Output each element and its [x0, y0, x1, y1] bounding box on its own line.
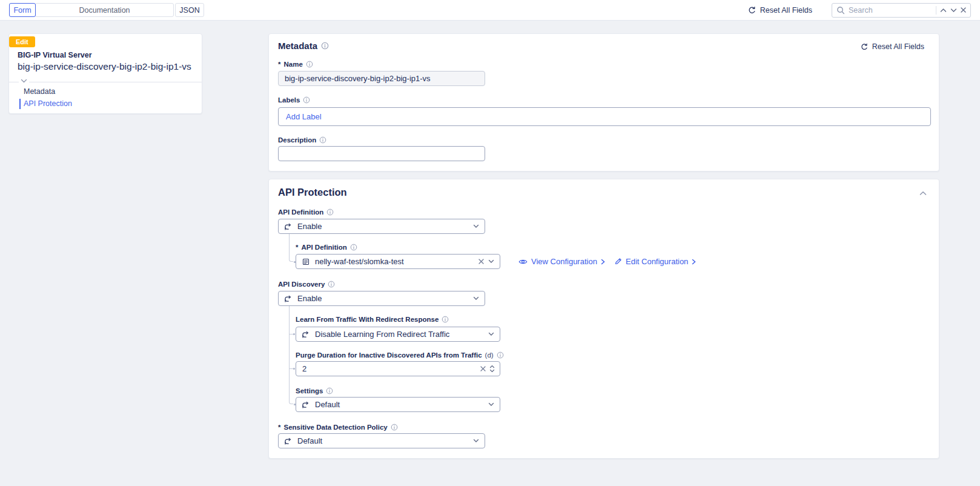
info-icon[interactable]	[319, 136, 326, 144]
api-protection-section-title: API Protection	[278, 187, 347, 198]
api-definition-ref-label-text: API Definition	[301, 244, 346, 251]
one-of-branch-icon	[284, 222, 293, 231]
api-definition-mode-select[interactable]: Enable	[278, 219, 485, 234]
active-nav-indicator	[19, 99, 21, 109]
add-label-button[interactable]: Add Label	[286, 112, 322, 121]
clear-icon[interactable]	[480, 366, 486, 371]
one-of-branch-icon	[302, 401, 310, 409]
one-of-branch-icon	[284, 295, 293, 303]
api-discovery-mode-select[interactable]: Enable	[278, 291, 485, 306]
labels-label-text: Labels	[278, 96, 300, 104]
object-type-label: BIG-IP Virtual Server	[18, 51, 92, 59]
pencil-icon	[614, 258, 622, 265]
metadata-section-title: Metadata	[278, 41, 329, 51]
purge-duration-unit: (d)	[485, 351, 494, 359]
tab-documentation[interactable]: Documentation	[35, 3, 174, 17]
api-protection-title-text: API Protection	[278, 187, 347, 198]
learn-redirect-label-text: Learn From Traffic With Redirect Respons…	[296, 316, 439, 323]
view-configuration-link[interactable]: View Configuration	[518, 257, 605, 266]
info-icon[interactable]	[391, 424, 398, 431]
learn-redirect-select[interactable]: Disable Learning From Redirect Traffic	[296, 327, 500, 342]
tree-connector-dot	[293, 333, 295, 335]
info-icon[interactable]	[326, 208, 334, 216]
page: Form Documentation JSON Reset All Fields	[0, 0, 980, 486]
reset-icon	[747, 5, 757, 15]
edit-mode-badge: Edit	[9, 36, 35, 47]
settings-select[interactable]: Default	[296, 397, 500, 412]
info-icon[interactable]	[326, 387, 333, 394]
eye-icon	[518, 258, 528, 265]
api-discovery-label-text: API Discovery	[278, 281, 325, 288]
purge-duration-input[interactable]: 2	[296, 361, 500, 376]
required-mark: *	[278, 424, 280, 431]
object-reference-icon	[302, 258, 310, 266]
chevron-down-icon	[473, 224, 479, 228]
learn-redirect-value: Disable Learning From Redirect Traffic	[315, 330, 449, 339]
top-toolbar: Form Documentation JSON Reset All Fields	[0, 0, 980, 21]
number-stepper[interactable]	[489, 365, 495, 373]
tree-connector	[289, 234, 293, 262]
api-definition-ref-value: nelly-waf-test/slomka-test	[315, 257, 404, 266]
search-close-icon[interactable]	[961, 7, 966, 13]
metadata-title-text: Metadata	[278, 41, 317, 51]
chevron-down-icon	[488, 402, 494, 407]
sidebar-item-api-protection[interactable]: API Protection	[24, 99, 72, 108]
search-divider	[936, 6, 936, 15]
info-icon[interactable]	[442, 316, 449, 323]
edit-configuration-label: Edit Configuration	[626, 257, 688, 266]
reset-all-fields-button[interactable]: Reset All Fields	[747, 5, 812, 15]
info-icon[interactable]	[350, 244, 357, 251]
metadata-section: Metadata Reset All Fields * Name	[268, 33, 939, 171]
info-icon[interactable]	[321, 42, 329, 50]
api-definition-ref-select[interactable]: nelly-waf-test/slomka-test	[296, 254, 500, 269]
description-input[interactable]	[278, 146, 485, 161]
reset-icon	[860, 42, 869, 51]
info-icon[interactable]	[497, 351, 504, 359]
one-of-branch-icon	[284, 437, 293, 445]
clear-icon[interactable]	[478, 259, 484, 264]
reset-all-fields-label: Reset All Fields	[760, 6, 812, 15]
chevron-down-icon	[473, 439, 479, 443]
collapse-section-icon[interactable]	[919, 191, 927, 196]
tree-connector	[289, 306, 293, 404]
chevron-down-icon	[473, 296, 479, 301]
labels-container: Add Label	[278, 107, 931, 126]
object-name: big-ip-service-discovery-big-ip2-big-ip1…	[18, 61, 191, 72]
sidebar-divider	[9, 82, 202, 82]
search-prev-icon[interactable]	[940, 8, 947, 13]
sensitive-data-policy-label: * Sensitive Data Detection Policy	[278, 424, 398, 431]
sidebar-item-metadata[interactable]: Metadata	[24, 87, 55, 96]
tree-collapse-icon[interactable]	[19, 79, 29, 83]
tab-json[interactable]: JSON	[175, 3, 204, 17]
name-label-text: Name	[283, 61, 302, 68]
sensitive-data-policy-select[interactable]: Default	[278, 433, 485, 448]
api-definition-group-label: API Definition	[278, 208, 334, 216]
name-field-label: * Name	[278, 61, 313, 68]
object-summary-panel: Edit BIG-IP Virtual Server big-ip-servic…	[8, 33, 202, 114]
purge-duration-value: 2	[302, 364, 306, 373]
info-icon[interactable]	[303, 96, 310, 104]
chevron-right-icon	[692, 259, 696, 265]
settings-label-text: Settings	[296, 387, 323, 394]
api-definition-label-text: API Definition	[278, 208, 323, 216]
search-icon	[836, 6, 845, 15]
metadata-reset-label: Reset All Fields	[872, 42, 924, 51]
edit-configuration-link[interactable]: Edit Configuration	[614, 257, 696, 266]
info-icon[interactable]	[306, 61, 313, 68]
tab-form[interactable]: Form	[9, 3, 36, 17]
metadata-reset-all-fields-button[interactable]: Reset All Fields	[860, 42, 924, 51]
purge-duration-label: Purge Duration for Inactive Discovered A…	[296, 351, 504, 359]
tree-connector-dot	[293, 368, 295, 370]
search-next-icon[interactable]	[950, 8, 957, 13]
sensitive-data-policy-value: Default	[297, 436, 322, 445]
required-mark: *	[296, 244, 298, 251]
chevron-down-icon	[488, 259, 494, 264]
view-configuration-label: View Configuration	[531, 257, 597, 266]
chevron-down-icon	[488, 332, 494, 336]
info-icon[interactable]	[328, 281, 335, 288]
description-field-label: Description	[278, 136, 326, 144]
name-input[interactable]	[278, 71, 485, 86]
search-input[interactable]	[849, 6, 932, 15]
required-mark: *	[278, 61, 280, 68]
api-discovery-mode-value: Enable	[297, 294, 322, 303]
